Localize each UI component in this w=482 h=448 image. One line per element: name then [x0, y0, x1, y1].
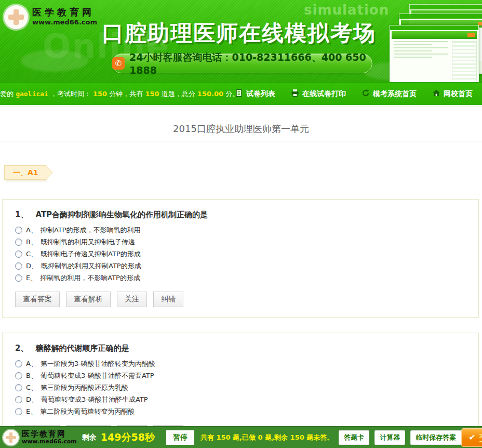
progress-status: 共有 150 题,已做 0 题,剩余 150 题未答。: [200, 433, 333, 442]
option-radio[interactable]: [15, 239, 22, 246]
option-text: 第二阶段为葡萄糖转变为丙酮酸: [40, 407, 135, 416]
nav-links: 试卷列表 在线试卷打印 模考系统首页 网校首页: [235, 83, 473, 106]
option-row-a: A、 抑制ATP的形成，不影响氧的利用: [15, 224, 478, 236]
question-title: 2、糖酵解的代谢顺序正确的是: [15, 344, 478, 353]
option-radio[interactable]: [15, 251, 22, 258]
save-answers-button[interactable]: 临时保存答案: [410, 430, 461, 445]
option-row-d: D、 既抑制氧的利用又抑制ATP的形成: [15, 260, 478, 272]
option-radio[interactable]: [15, 384, 22, 391]
exam-total-score: 150.00: [197, 90, 223, 98]
site-name: 医学教育网: [32, 7, 97, 18]
watermark-simulation: simulation: [304, 2, 389, 18]
question-actions: 查看答案 查看解析 关注 纠错: [15, 292, 478, 307]
nav-link-mock-home[interactable]: 模考系统首页: [362, 89, 417, 99]
question-stem: ATP合酶抑制剂影响生物氧化的作用机制正确的是: [35, 210, 208, 219]
option-text: 第一阶段为3-磷酸甘油醛转变为丙酮酸: [41, 359, 155, 368]
view-answer-button[interactable]: 查看答案: [15, 292, 60, 307]
paper-title: 2015口腔执业助理医师第一单元: [0, 123, 482, 135]
exam-info-bar: 亲爱的 gaolicai ，考试时间： 150 分钟，共有 150 道题，总分 …: [0, 82, 482, 105]
option-row-e: E、 抑制氧的利用，不影响ATP的形成: [15, 272, 478, 284]
view-analysis-button[interactable]: 查看解析: [66, 292, 111, 307]
med66-cross-icon: [4, 5, 28, 29]
paper-list-icon: [235, 89, 243, 99]
option-radio[interactable]: [15, 274, 22, 282]
option-row-c: C、 既抑制电子传递又抑制ATP的形成: [15, 248, 478, 260]
option-row-d: D、 葡萄糖转变成3-磷酸甘油醛生成ATP: [15, 393, 478, 405]
refresh-arrow-icon: [362, 89, 370, 99]
options-list: A、 抑制ATP的形成，不影响氧的利用 B、 既抑制氧的利用又抑制电子传递 C、…: [15, 224, 478, 284]
footer-site-url: www.med66.com: [22, 438, 77, 445]
greeting-prefix: 亲爱的: [0, 90, 16, 98]
phone-icon: ✆: [112, 57, 125, 70]
nav-link-school-home[interactable]: 网校首页: [432, 89, 473, 99]
option-text: 葡萄糖转变成3-磷酸甘油醛生成ATP: [41, 395, 148, 404]
remaining-label: 剩余: [82, 433, 97, 442]
home-icon: [432, 89, 440, 99]
header-banner: Online simulation 医学教育网 www.med66.com 口腔…: [0, 0, 482, 82]
exam-page: Online simulation 医学教育网 www.med66.com 口腔…: [0, 0, 482, 448]
submit-paper-button[interactable]: ✔ 交卷: [461, 428, 482, 447]
check-icon: ✔: [468, 432, 475, 442]
section-tab-a1: 一、A1: [4, 165, 46, 180]
nav-link-paper-list[interactable]: 试卷列表: [235, 89, 275, 99]
option-row-a: A、 第一阶段为3-磷酸甘油醛转变为丙酮酸: [15, 358, 478, 370]
option-radio[interactable]: [15, 262, 22, 270]
exam-total-questions: 150: [145, 90, 159, 98]
service-phone-text: 24小时客服咨询电话：010-82311666、400 650 1888: [129, 51, 372, 76]
option-text: 葡萄糖转变成3-磷酸甘油醛不需要ATP: [41, 371, 154, 380]
exam-content: 2015口腔执业助理医师第一单元 一、A1 1、ATP合酶抑制剂影响生物氧化的作…: [0, 105, 482, 448]
footer-site-name: 医学教育网: [22, 430, 77, 438]
question-number: 1、: [15, 210, 28, 219]
option-text: 抑制氧的利用，不影响ATP的形成: [40, 273, 140, 283]
question-number: 2、: [15, 344, 28, 353]
answer-card-button[interactable]: 答题卡: [339, 430, 369, 445]
option-text: 抑制ATP的形成，不影响氧的利用: [41, 226, 141, 235]
option-text: 既抑制氧的利用又抑制电子传递: [41, 238, 135, 247]
nav-link-print[interactable]: 在线试卷打印: [291, 89, 346, 99]
calculator-button[interactable]: 计算器: [374, 430, 405, 445]
option-radio[interactable]: [15, 227, 22, 234]
pause-button[interactable]: 暂停: [166, 430, 194, 445]
question-stem: 糖酵解的代谢顺序正确的是: [35, 344, 129, 353]
option-row-b: B、 既抑制氧的利用又抑制电子传递: [15, 236, 478, 248]
report-error-button[interactable]: 纠错: [153, 292, 183, 307]
options-list: A、 第一阶段为3-磷酸甘油醛转变为丙酮酸 B、 葡萄糖转变成3-磷酸甘油醛不需…: [15, 358, 478, 417]
option-text: 既抑制氧的利用又抑制ATP的形成: [41, 261, 141, 271]
user-greeting: 亲爱的 gaolicai ，考试时间： 150 分钟，共有 150 道题，总分 …: [0, 83, 239, 106]
option-text: 第三阶段为丙酮酸还原为乳酸: [41, 383, 128, 392]
option-row-e: E、 第二阶段为葡萄糖转变为丙酮酸: [15, 405, 478, 417]
option-radio[interactable]: [15, 360, 22, 367]
printer-icon: [291, 89, 299, 99]
exam-preview-thumbnail: [387, 16, 482, 82]
footer-logo: 医学教育网 www.med66.com: [3, 430, 77, 445]
username: gaolicai: [16, 90, 48, 98]
follow-button[interactable]: 关注: [117, 292, 147, 307]
exam-minutes: 150: [93, 90, 107, 98]
option-radio[interactable]: [15, 396, 22, 403]
exam-banner-title: 口腔助理医师在线模拟考场: [78, 19, 400, 48]
question-panel-1: 1、ATP合酶抑制剂影响生物氧化的作用机制正确的是 A、 抑制ATP的形成，不影…: [2, 199, 479, 318]
option-row-c: C、 第三阶段为丙酮酸还原为乳酸: [15, 381, 478, 393]
countdown-timer: 149分58秒: [101, 431, 155, 444]
preview-window: [390, 25, 479, 82]
option-row-b: B、 葡萄糖转变成3-磷酸甘油醛不需要ATP: [15, 370, 478, 381]
option-radio[interactable]: [15, 408, 22, 415]
exam-status-bar: 医学教育网 www.med66.com 剩余 149分58秒 暂停 共有 150…: [0, 426, 482, 448]
title-divider: [0, 141, 482, 141]
med66-cross-icon: [3, 430, 19, 445]
service-phone-banner: ✆ 24小时客服咨询电话：010-82311666、400 650 1888: [112, 54, 372, 73]
option-text: 既抑制电子传递又抑制ATP的形成: [41, 249, 141, 259]
option-radio[interactable]: [15, 372, 22, 379]
question-title: 1、ATP合酶抑制剂影响生物氧化的作用机制正确的是: [15, 210, 478, 220]
preview-sidebar: [452, 41, 477, 82]
